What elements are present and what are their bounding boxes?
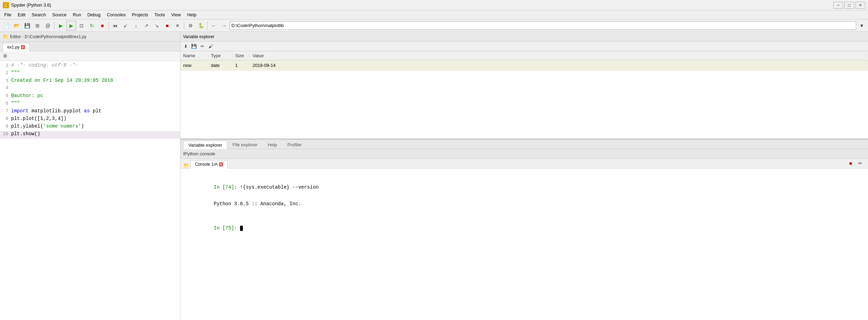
code-content-3: Created on Fri Sep 14 20:39:05 2018	[11, 78, 113, 83]
snake-button[interactable]: 🐍	[196, 21, 206, 31]
console-prompt-1: In [74]:	[214, 184, 240, 190]
ipython-console-tab[interactable]: Console 1/A ✕	[190, 160, 228, 168]
var-cell-value: 2018-09-14	[250, 63, 868, 68]
code-content-10: plt.show()	[11, 131, 40, 137]
menu-consoles[interactable]: Consoles	[104, 11, 128, 18]
maximize-button[interactable]: □	[844, 2, 854, 9]
menu-debug[interactable]: Debug	[85, 11, 103, 18]
code-content-5: @author: pc	[11, 93, 43, 98]
ipython-folder-icon: 📁	[183, 163, 189, 168]
console-line-1: In [74]: !{sys.executable} --version	[185, 179, 864, 196]
ipython-header: IPython console	[180, 149, 868, 159]
tab-close-icon[interactable]: ✕	[21, 45, 25, 49]
re-run-button[interactable]: ↻	[87, 21, 97, 31]
debug-x-button[interactable]: ✕	[173, 21, 182, 31]
line-num-4: 4	[1, 85, 11, 90]
toolbar-sep-1	[54, 21, 54, 30]
ipython-tab-close-icon[interactable]: ✕	[219, 162, 223, 166]
ipython-edit-button[interactable]: ✏	[856, 158, 865, 168]
var-toolbar: ⬇ 💾 ✏ 🖌	[180, 42, 868, 51]
menu-file[interactable]: File	[1, 11, 14, 18]
var-export-button[interactable]: 💾	[190, 43, 198, 50]
console-command-1: !{sys.executable} --version	[240, 184, 319, 190]
var-row-now[interactable]: now date 1 2018-09-14	[180, 60, 868, 71]
settings-button[interactable]: ⚙	[186, 21, 195, 31]
stop-button[interactable]: ■	[97, 21, 107, 31]
code-content-1: # -*- coding: utf-8 -*-	[11, 62, 78, 68]
forward-button[interactable]: →	[219, 21, 229, 31]
code-content-8: plt.plot([1,2,3,4])	[11, 116, 67, 121]
save-all-button[interactable]: ⊞	[33, 21, 42, 31]
menu-projects[interactable]: Projects	[129, 11, 151, 18]
window-controls: − □ ×	[833, 2, 865, 9]
var-paint-button[interactable]: 🖌	[207, 43, 214, 50]
editor-tab-ex1[interactable]: ex1.py ✕	[3, 43, 29, 51]
tab-file-explorer[interactable]: File explorer	[227, 140, 263, 149]
editor-tab-bar: ex1.py ✕	[0, 42, 180, 51]
menu-source[interactable]: Source	[50, 11, 69, 18]
app-title: Spyder (Python 3.6)	[11, 2, 51, 8]
run-button[interactable]: ▶	[56, 21, 66, 31]
code-line-1: 1 # -*- coding: utf-8 -*-	[0, 62, 180, 70]
code-line-10: 10 plt.show()	[0, 131, 180, 139]
editor-panel: 📁 Editor - D:\Code\Python\matplotlib\ex1…	[0, 32, 180, 320]
menu-search[interactable]: Search	[29, 11, 49, 18]
line-num-7: 7	[1, 109, 11, 114]
editor-settings-btn[interactable]: ⚙	[1, 52, 9, 60]
minimize-button[interactable]: −	[833, 2, 843, 9]
var-cell-size: 1	[232, 63, 250, 68]
close-button[interactable]: ×	[856, 2, 865, 9]
line-num-1: 1	[1, 63, 11, 68]
line-num-8: 8	[1, 116, 11, 121]
var-explorer-title: Variable explorer	[183, 34, 214, 39]
code-content-6: """	[11, 101, 20, 106]
var-explorer-header: Variable explorer	[180, 32, 868, 42]
path-dropdown-button[interactable]: ▼	[857, 21, 867, 31]
ipython-stop-button[interactable]: ■	[846, 158, 856, 168]
col-name: Name	[180, 53, 208, 58]
title-bar-left: 🐍 Spyder (Python 3.6)	[3, 2, 51, 8]
menu-run[interactable]: Run	[70, 11, 84, 18]
run-cell-advance-button[interactable]: ⊡	[77, 21, 86, 31]
col-value: Value	[250, 53, 868, 58]
console-line-empty-2	[185, 212, 864, 220]
line-num-6: 6	[1, 101, 11, 106]
debug-step-button[interactable]: ↙	[121, 21, 130, 31]
line-num-3: 3	[1, 78, 11, 83]
line-num-10: 10	[1, 131, 11, 137]
debug-continue-button[interactable]: ↘	[152, 21, 162, 31]
debug-next-button[interactable]: ↓	[131, 21, 141, 31]
debug-return-button[interactable]: ↗	[142, 21, 151, 31]
var-import-button[interactable]: ⬇	[182, 43, 189, 50]
console-line-3: In [75]:	[185, 220, 864, 236]
ipython-console[interactable]: In [74]: !{sys.executable} --version Pyt…	[180, 168, 868, 320]
menu-view[interactable]: View	[168, 11, 184, 18]
var-table-header: Name Type Size Value	[180, 51, 868, 60]
right-panel: Variable explorer ⬇ 💾 ✏ 🖌 Name Type Size…	[180, 32, 868, 320]
new-file-button[interactable]: 📄	[1, 21, 11, 31]
col-type: Type	[208, 53, 232, 58]
tab-variable-explorer[interactable]: Variable explorer	[183, 141, 227, 149]
code-line-4: 4	[0, 85, 180, 93]
app-icon: 🐍	[3, 2, 9, 8]
menu-tools[interactable]: Tools	[152, 11, 168, 18]
tab-profiler[interactable]: Profiler	[282, 140, 307, 149]
code-editor[interactable]: 1 # -*- coding: utf-8 -*- 2 """ 3 Create…	[0, 61, 180, 320]
var-edit-button[interactable]: ✏	[198, 43, 206, 50]
code-content-9: plt.ylabel('some numers')	[11, 123, 84, 129]
save-button[interactable]: 💾	[22, 21, 32, 31]
tab-help[interactable]: Help	[263, 140, 282, 149]
menu-edit[interactable]: Edit	[15, 11, 28, 18]
console-output-1: Python 3.6.5 :: Anaconda, Inc.	[214, 201, 301, 207]
menu-help[interactable]: Help	[184, 11, 199, 18]
debug-prev-button[interactable]: ⏮	[110, 21, 120, 31]
back-button[interactable]: ←	[209, 21, 219, 31]
var-cell-name: now	[180, 63, 208, 68]
open-file-button[interactable]: 📂	[12, 21, 22, 31]
run-cell-button[interactable]: ▶	[66, 21, 76, 31]
debug-stop-button[interactable]: ■	[162, 21, 172, 31]
path-display: D:\Code\Python\matplotlib	[230, 21, 856, 30]
path-text: D:\Code\Python\matplotlib	[231, 23, 284, 28]
toolbar-at-button[interactable]: @	[43, 21, 53, 31]
console-cursor	[240, 226, 243, 231]
